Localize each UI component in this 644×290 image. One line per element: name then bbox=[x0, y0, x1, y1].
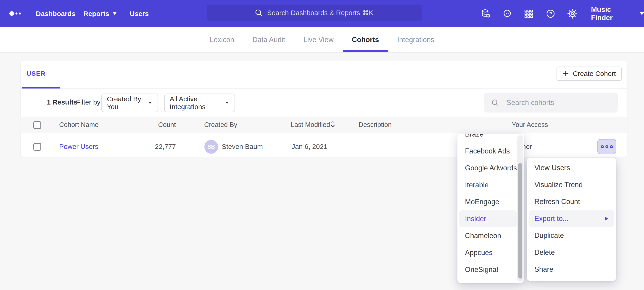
create-cohort-button[interactable]: Create Cohort bbox=[556, 67, 622, 81]
menu-item-label: Facebook Ads bbox=[465, 147, 510, 155]
creator-avatar: SB bbox=[204, 140, 218, 154]
sort-chevrons-icon[interactable] bbox=[330, 120, 335, 128]
menu-item-label: Insider bbox=[465, 215, 486, 223]
tab-live-view[interactable]: Live View bbox=[294, 27, 342, 52]
export-destinations-list: Braze Facebook Ads Google Adwords Iterab… bbox=[459, 134, 517, 278]
submenu-arrow-icon bbox=[605, 217, 608, 220]
results-count: 1 Results bbox=[47, 98, 77, 106]
menu-item-label: Refresh Count bbox=[534, 198, 580, 206]
data-management-button[interactable] bbox=[480, 9, 491, 19]
row-checkbox[interactable] bbox=[33, 143, 41, 151]
toolbar-divider bbox=[66, 95, 66, 109]
column-header-created-by[interactable]: Created By bbox=[204, 121, 237, 128]
secondary-tab-bar: Lexicon Data Audit Live View Cohorts Int… bbox=[0, 27, 644, 53]
nav-item-label: Users bbox=[130, 10, 149, 18]
cohort-name-link[interactable]: Power Users bbox=[59, 143, 98, 151]
nav-item-dashboards[interactable]: Dashboards bbox=[36, 0, 75, 27]
tab-cohorts[interactable]: Cohorts bbox=[343, 27, 388, 52]
kebab-dot-icon bbox=[606, 145, 608, 148]
creator-name: Steven Baum bbox=[222, 143, 263, 151]
submenu-item-onesignal[interactable]: OneSignal bbox=[459, 261, 517, 278]
menu-item-label: View Users bbox=[534, 164, 570, 172]
menu-item-label: OneSignal bbox=[465, 265, 498, 274]
row-context-menu: View Users Visualize Trend Refresh Count… bbox=[527, 158, 616, 281]
menu-item-label: Share bbox=[534, 265, 553, 273]
menu-item-label: Google Adwords bbox=[465, 164, 517, 172]
chevron-down-icon bbox=[113, 12, 116, 15]
search-icon bbox=[254, 9, 263, 17]
menu-item-visualize-trend[interactable]: Visualize Trend bbox=[529, 176, 614, 193]
column-header-last-modified[interactable]: Last Modified bbox=[291, 121, 330, 128]
submenu-item-iterable[interactable]: Iterable bbox=[459, 177, 517, 194]
tab-integrations[interactable]: Integrations bbox=[388, 27, 443, 52]
submenu-scrollbar-thumb[interactable] bbox=[518, 163, 522, 278]
menu-item-export-to[interactable]: Export to... bbox=[529, 210, 614, 227]
tab-label: Live View bbox=[303, 36, 334, 44]
cohort-search-input[interactable] bbox=[506, 98, 603, 107]
search-icon bbox=[491, 99, 499, 107]
data-management-icon bbox=[480, 9, 491, 19]
kebab-dot-icon bbox=[601, 145, 604, 148]
created-by-filter-dropdown[interactable]: Created By You bbox=[102, 94, 158, 112]
menu-item-label: Delete bbox=[534, 248, 555, 257]
help-button[interactable]: ? bbox=[545, 9, 556, 19]
create-cohort-label: Create Cohort bbox=[573, 70, 616, 78]
export-destinations-submenu: Braze Facebook Ads Google Adwords Iterab… bbox=[458, 134, 524, 283]
menu-item-label: Duplicate bbox=[534, 231, 564, 240]
row-actions-button[interactable] bbox=[598, 139, 616, 154]
panel-tab-strip: USER bbox=[21, 61, 627, 88]
cohort-count: 22,777 bbox=[137, 143, 176, 151]
support-messages-button[interactable] bbox=[502, 9, 512, 19]
submenu-item-insider[interactable]: Insider bbox=[459, 210, 517, 227]
tab-user-cohorts[interactable]: USER bbox=[26, 70, 46, 77]
nav-item-reports[interactable]: Reports bbox=[83, 0, 116, 27]
submenu-item-braze[interactable]: Braze bbox=[459, 134, 517, 143]
apps-grid-button[interactable] bbox=[524, 9, 534, 19]
kebab-dot-icon bbox=[610, 145, 613, 148]
settings-button[interactable] bbox=[567, 9, 578, 19]
chevron-down-icon bbox=[226, 102, 228, 104]
settings-gear-icon bbox=[567, 9, 578, 19]
select-all-checkbox[interactable] bbox=[33, 121, 41, 129]
dropdown-value: All Active Integrations bbox=[170, 95, 221, 111]
filter-by-label: Filter by bbox=[76, 98, 100, 106]
integrations-filter-dropdown[interactable]: All Active Integrations bbox=[164, 94, 235, 112]
user-tab-underline bbox=[22, 87, 60, 88]
tab-lexicon[interactable]: Lexicon bbox=[201, 27, 244, 52]
plus-icon bbox=[562, 70, 569, 77]
submenu-item-google-adwords[interactable]: Google Adwords bbox=[459, 160, 517, 177]
tab-label: Lexicon bbox=[210, 36, 234, 44]
tab-label: Data Audit bbox=[252, 36, 285, 44]
project-switcher[interactable]: Music Finder bbox=[591, 0, 644, 27]
menu-item-label: Export to... bbox=[534, 215, 569, 223]
global-search-bar[interactable] bbox=[207, 5, 422, 21]
submenu-item-chameleon[interactable]: Chameleon bbox=[459, 227, 517, 244]
tab-label: Cohorts bbox=[352, 36, 379, 44]
column-header-count[interactable]: Count bbox=[137, 121, 176, 128]
nav-item-users[interactable]: Users bbox=[130, 0, 149, 27]
project-name: Music Finder bbox=[591, 6, 634, 22]
apps-grid-icon bbox=[524, 9, 534, 19]
menu-item-refresh-count[interactable]: Refresh Count bbox=[529, 193, 614, 210]
global-search-input[interactable] bbox=[267, 9, 375, 17]
support-messages-icon bbox=[502, 9, 512, 19]
cohort-search-field[interactable] bbox=[484, 93, 618, 112]
column-header-cohort-name[interactable]: Cohort Name bbox=[59, 121, 98, 128]
menu-item-delete[interactable]: Delete bbox=[529, 244, 614, 261]
submenu-item-appcues[interactable]: Appcues bbox=[459, 244, 517, 261]
submenu-item-facebook-ads[interactable]: Facebook Ads bbox=[459, 143, 517, 160]
nav-item-label: Reports bbox=[83, 10, 109, 18]
column-header-your-access[interactable]: Your Access bbox=[512, 121, 548, 128]
menu-item-duplicate[interactable]: Duplicate bbox=[529, 227, 614, 244]
brand-dots-logo[interactable] bbox=[9, 9, 22, 18]
nav-item-label: Dashboards bbox=[36, 10, 75, 18]
column-header-description[interactable]: Description bbox=[358, 121, 392, 128]
chevron-down-icon bbox=[640, 12, 644, 15]
tab-data-audit[interactable]: Data Audit bbox=[243, 27, 294, 52]
active-tab-underline bbox=[343, 50, 388, 52]
menu-item-view-users[interactable]: View Users bbox=[529, 160, 614, 176]
submenu-item-moengage[interactable]: MoEngage bbox=[459, 194, 517, 210]
menu-item-share[interactable]: Share bbox=[529, 261, 614, 278]
cohorts-page: Dashboards Reports Users bbox=[0, 0, 644, 290]
last-modified-date: Jan 6, 2021 bbox=[292, 143, 328, 151]
